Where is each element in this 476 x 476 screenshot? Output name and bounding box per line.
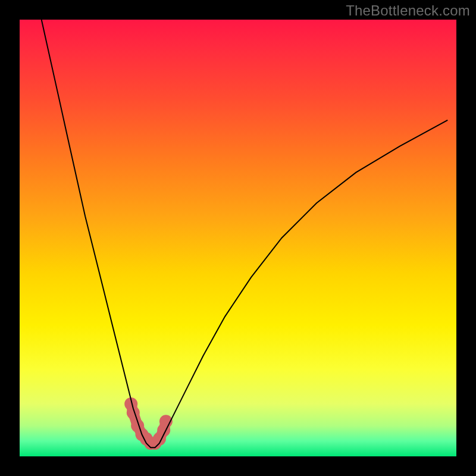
chart-frame: TheBottleneck.com — [0, 0, 476, 476]
chart-svg — [0, 0, 476, 476]
plot-area-rect — [20, 20, 456, 456]
watermark-text: TheBottleneck.com — [346, 2, 470, 19]
